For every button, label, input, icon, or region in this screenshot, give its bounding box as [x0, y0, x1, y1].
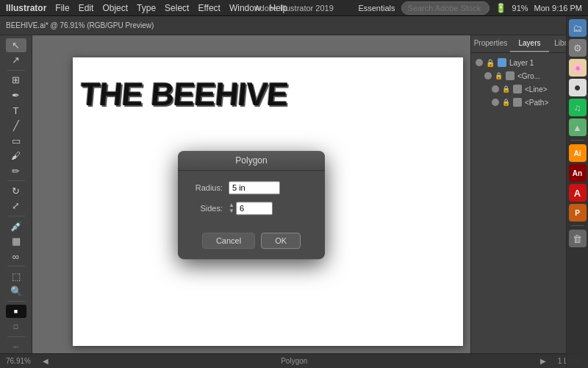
clock-label: Mon 9:16 PM: [534, 4, 582, 13]
layer-visibility-2[interactable]: [484, 72, 492, 79]
line-tool[interactable]: ╱: [6, 118, 26, 132]
dialog-buttons: Cancel OK: [178, 233, 325, 259]
menu-type[interactable]: Type: [137, 3, 156, 13]
dock-spotify[interactable]: ♫: [569, 99, 587, 116]
dock-illustrator[interactable]: Ai: [569, 144, 587, 162]
radius-label: Radius:: [190, 183, 223, 192]
layer-visibility-4[interactable]: [492, 99, 499, 106]
dock-separator-2: [571, 225, 584, 226]
dock-animate[interactable]: An: [569, 164, 587, 182]
dock-trash[interactable]: 🗑: [569, 230, 587, 247]
nav-info: Polygon: [60, 357, 528, 365]
tool-sep-4: [7, 266, 25, 266]
cancel-button[interactable]: Cancel: [202, 233, 255, 249]
tool-sep-5: [7, 301, 25, 302]
zoom-tool[interactable]: 🔍: [6, 285, 26, 299]
main-area: ↖ ↗ ⊞ ✒ T ╱ ▭ 🖌 ✏ ↻ ⤢ 💉 ▦ ∞ ⬚ 🔍 ■ □ ···: [0, 35, 588, 353]
menu-bar: Illustrator File Edit Object Type Select…: [0, 0, 588, 16]
macos-dock: 🗂 ⚙ 🌸 ● ♫ ▲ Ai An A P 🗑: [566, 16, 588, 368]
sides-spinner-arrows[interactable]: ▲ ▼: [229, 202, 234, 214]
layer-visibility-3[interactable]: [492, 85, 499, 93]
stroke-color[interactable]: □: [6, 319, 26, 333]
layer-color-3: [513, 85, 522, 93]
scale-tool[interactable]: ⤢: [6, 199, 26, 213]
menu-edit[interactable]: Edit: [79, 3, 94, 13]
layer-color-1: [498, 58, 506, 67]
dialog-content: Radius: Sides: ▲ ▼: [178, 171, 325, 233]
direct-select-tool[interactable]: ↗: [6, 54, 26, 68]
sides-input[interactable]: [236, 202, 273, 215]
tab-layers[interactable]: Layers: [510, 35, 549, 52]
tool-sep-1: [7, 70, 25, 71]
layer-visibility-1[interactable]: [476, 59, 483, 66]
app-title: Adobe Illustrator 2019: [254, 4, 334, 13]
options-bar: BEEHIVE.ai* @ 76.91% (RGB/GPU Preview): [0, 16, 588, 35]
menu-select[interactable]: Select: [165, 3, 189, 13]
grid-tool[interactable]: ⊞: [6, 74, 26, 88]
dock-acrobat[interactable]: A: [569, 184, 587, 202]
tool-sep-6: [7, 336, 25, 337]
fill-color[interactable]: ■: [6, 305, 26, 319]
dock-finder[interactable]: 🗂: [569, 19, 587, 37]
shape-tool[interactable]: ▭: [6, 134, 26, 148]
app-name-label: Illustrator: [6, 3, 46, 13]
dock-photos[interactable]: 🌸: [569, 59, 587, 77]
layer-name-2: <Gro...: [517, 72, 569, 80]
layer-name-1: Layer 1: [509, 59, 569, 67]
nav-arrow-left[interactable]: ◀: [43, 357, 49, 365]
tool-sep-3: [7, 216, 25, 216]
battery-level: 91%: [512, 4, 528, 13]
polygon-dialog: Polygon Radius: Sides: ▲ ▼: [178, 151, 325, 259]
zoom-level: 76.91%: [6, 357, 31, 365]
lock-icon-2: 🔒: [495, 72, 503, 79]
rotate-tool[interactable]: ↻: [6, 184, 26, 198]
blend-tool[interactable]: ∞: [6, 250, 26, 263]
eyedropper-tool[interactable]: 💉: [6, 219, 26, 233]
sides-spinner: ▲ ▼: [229, 202, 273, 215]
pen-tool[interactable]: ✒: [6, 88, 26, 102]
menu-left: Illustrator File Edit Object Type Select…: [6, 3, 287, 13]
ok-button[interactable]: OK: [261, 233, 301, 249]
dialog-title: Polygon: [178, 151, 325, 171]
dock-separator: [571, 140, 584, 141]
sides-row: Sides: ▲ ▼: [190, 202, 313, 215]
sides-label: Sides:: [190, 204, 223, 213]
menu-effect[interactable]: Effect: [198, 3, 220, 13]
pencil-tool[interactable]: ✏: [6, 164, 26, 178]
radius-input[interactable]: [229, 181, 280, 194]
layer-color-2: [506, 71, 514, 80]
artwork-text: THE BEEHIVE: [79, 76, 290, 113]
dock-system-prefs[interactable]: ⚙: [569, 39, 587, 57]
menu-file[interactable]: File: [55, 3, 69, 13]
tools-panel: ↖ ↗ ⊞ ✒ T ╱ ▭ 🖌 ✏ ↻ ⤢ 💉 ▦ ∞ ⬚ 🔍 ■ □ ···: [0, 35, 32, 353]
nav-arrow-right[interactable]: ▶: [540, 357, 546, 365]
file-title: BEEHIVE.ai* @ 76.91% (RGB/GPU Preview): [6, 21, 154, 29]
app-container: BEEHIVE.ai* @ 76.91% (RGB/GPU Preview) ↖…: [0, 16, 588, 368]
type-tool[interactable]: T: [6, 104, 26, 118]
adobe-stock-search[interactable]: [401, 1, 490, 15]
tab-properties[interactable]: Properties: [471, 35, 510, 52]
more-tools[interactable]: ···: [6, 340, 26, 354]
workspace-label[interactable]: Essentials: [358, 4, 395, 13]
lock-icon-1: 🔒: [486, 59, 495, 67]
dock-powerpoint[interactable]: P: [569, 204, 587, 222]
dock-maps[interactable]: ▲: [569, 118, 587, 136]
radius-row: Radius:: [190, 181, 313, 194]
select-tool[interactable]: ↖: [6, 38, 26, 52]
menu-right: Essentials 🔋 91% Mon 9:16 PM: [358, 1, 582, 15]
battery-icon: 🔋: [495, 3, 506, 13]
brush-tool[interactable]: 🖌: [6, 149, 26, 163]
dock-chrome[interactable]: ●: [569, 79, 587, 96]
layer-color-4: [513, 98, 522, 107]
artboard-tool[interactable]: ⬚: [6, 269, 26, 283]
status-bar: 76.91% ◀ Polygon ▶ 1 Layer: [0, 353, 588, 368]
gradient-tool[interactable]: ▦: [6, 234, 26, 248]
canvas-area: THE BEEHIVE Polygon Radius: Sides: ▲: [32, 35, 470, 353]
tool-sep-2: [7, 180, 25, 181]
lock-icon-3: 🔒: [502, 85, 510, 93]
lock-icon-4: 🔒: [502, 99, 510, 106]
menu-object[interactable]: Object: [102, 3, 128, 13]
